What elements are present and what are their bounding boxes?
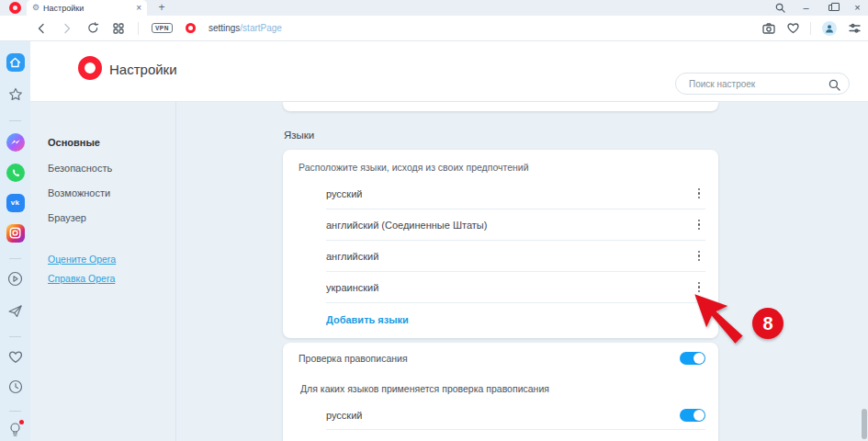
spellcheck-toggle[interactable] bbox=[680, 352, 705, 365]
divider bbox=[9, 411, 21, 412]
notification-dot bbox=[19, 420, 24, 424]
annotation-arrow-cursor bbox=[693, 292, 746, 345]
opera-logo-icon[interactable] bbox=[9, 2, 21, 14]
settings-search-input[interactable] bbox=[689, 74, 822, 94]
languages-card: Расположите языки, исходя из своих предп… bbox=[283, 150, 718, 338]
search-icon[interactable] bbox=[829, 78, 840, 95]
my-flow-paper-plane-icon[interactable] bbox=[6, 301, 25, 321]
language-label: украинский bbox=[326, 282, 378, 293]
overflow-menu-icon[interactable] bbox=[693, 185, 706, 203]
languages-section-heading: Языки bbox=[284, 130, 314, 141]
window-minimize-icon[interactable]: – bbox=[801, 3, 811, 13]
messenger-icon[interactable] bbox=[6, 132, 25, 152]
rate-opera-link[interactable]: Оцените Opera bbox=[48, 254, 116, 265]
overflow-menu-icon[interactable] bbox=[693, 216, 706, 234]
opera-logo-icon bbox=[78, 56, 102, 80]
url-path: /startPage bbox=[240, 23, 282, 33]
divider bbox=[9, 258, 21, 259]
nav-item-general[interactable]: Основные bbox=[48, 137, 100, 148]
settings-header: Настройки bbox=[30, 41, 868, 102]
previous-card-edge bbox=[283, 102, 718, 111]
nav-item-features[interactable]: Возможности bbox=[48, 187, 110, 198]
browser-window: ⚙ Настройки × + – × bbox=[0, 0, 868, 441]
start-page-icon[interactable] bbox=[6, 52, 25, 72]
snapshot-camera-icon[interactable] bbox=[762, 22, 775, 35]
history-clock-icon[interactable] bbox=[6, 377, 25, 396]
scrollbar-thumb[interactable] bbox=[862, 409, 867, 439]
spellcheck-russian-toggle[interactable] bbox=[680, 409, 705, 422]
address-bar: VPN settings/startPage bbox=[0, 16, 868, 41]
favorites-heart-icon[interactable] bbox=[6, 347, 25, 367]
language-row-russian: русский bbox=[326, 178, 705, 209]
url-field[interactable]: settings/startPage bbox=[209, 23, 282, 33]
opera-site-icon bbox=[186, 23, 196, 33]
settings-search[interactable] bbox=[675, 73, 850, 95]
vk-icon[interactable]: vk bbox=[6, 193, 25, 212]
sidebar-rail: vk bbox=[0, 41, 30, 441]
instagram-icon[interactable] bbox=[6, 223, 25, 243]
settings-gear-icon: ⚙ bbox=[32, 4, 39, 12]
spellcheck-question-label: Для каких языков применяется проверка пр… bbox=[283, 370, 718, 401]
language-row-english: английский bbox=[326, 241, 705, 272]
language-row-english-us: английский (Соединенные Штаты) bbox=[326, 209, 705, 241]
nav-item-browser[interactable]: Браузер bbox=[48, 212, 86, 223]
overflow-menu-icon[interactable] bbox=[693, 247, 706, 266]
tab-tiles-icon[interactable] bbox=[112, 22, 125, 35]
player-icon[interactable] bbox=[6, 269, 25, 288]
url-domain: settings bbox=[209, 23, 240, 33]
reload-icon[interactable] bbox=[86, 22, 99, 35]
tab-search-icon[interactable] bbox=[775, 3, 785, 13]
whatsapp-icon[interactable] bbox=[6, 163, 25, 182]
new-tab-button[interactable]: + bbox=[154, 1, 169, 15]
annotation-step-badge: 8 bbox=[752, 308, 783, 339]
divider bbox=[9, 336, 21, 337]
language-label: русский bbox=[326, 188, 362, 199]
window-restore-icon[interactable] bbox=[827, 3, 837, 13]
language-label: английский (Соединенные Штаты) bbox=[326, 220, 487, 231]
window-close-icon[interactable]: × bbox=[852, 3, 862, 13]
tab-title: Настройки bbox=[43, 4, 132, 13]
tab-close-icon[interactable]: × bbox=[136, 4, 141, 13]
settings-body: Основные Безопасность Возможности Браузе… bbox=[30, 102, 868, 441]
language-row-ukrainian: украинский bbox=[326, 272, 705, 303]
sidebar-tune-icon[interactable] bbox=[848, 22, 861, 35]
divider bbox=[9, 120, 21, 121]
languages-description: Расположите языки, исходя из своих предп… bbox=[283, 150, 718, 178]
add-languages-button[interactable]: Добавить языки bbox=[326, 314, 409, 325]
vpn-badge[interactable]: VPN bbox=[152, 23, 173, 33]
divider bbox=[810, 22, 811, 35]
profile-avatar[interactable] bbox=[822, 21, 837, 36]
easy-setup-bulb-icon[interactable] bbox=[6, 420, 25, 439]
back-icon[interactable] bbox=[35, 22, 48, 35]
page-title: Настройки bbox=[109, 62, 177, 77]
divider bbox=[138, 22, 139, 35]
tab-settings[interactable]: ⚙ Настройки × bbox=[27, 0, 147, 16]
spellcheck-language-row: русский bbox=[326, 401, 705, 430]
opera-help-link[interactable]: Справка Opera bbox=[48, 273, 115, 284]
spellcheck-card: Проверка правописания Для каких языков п… bbox=[283, 343, 718, 441]
settings-nav: Основные Безопасность Возможности Браузе… bbox=[30, 102, 176, 441]
bookmarks-star-icon[interactable] bbox=[6, 85, 25, 104]
bookmark-heart-icon[interactable] bbox=[786, 22, 799, 35]
spellcheck-toggle-label: Проверка правописания bbox=[299, 353, 408, 364]
language-label: английский bbox=[326, 251, 378, 262]
nav-item-security[interactable]: Безопасность bbox=[48, 163, 112, 174]
forward-icon[interactable] bbox=[61, 22, 73, 35]
language-label: русский bbox=[326, 410, 362, 421]
tab-bar: ⚙ Настройки × + – × bbox=[0, 0, 868, 16]
